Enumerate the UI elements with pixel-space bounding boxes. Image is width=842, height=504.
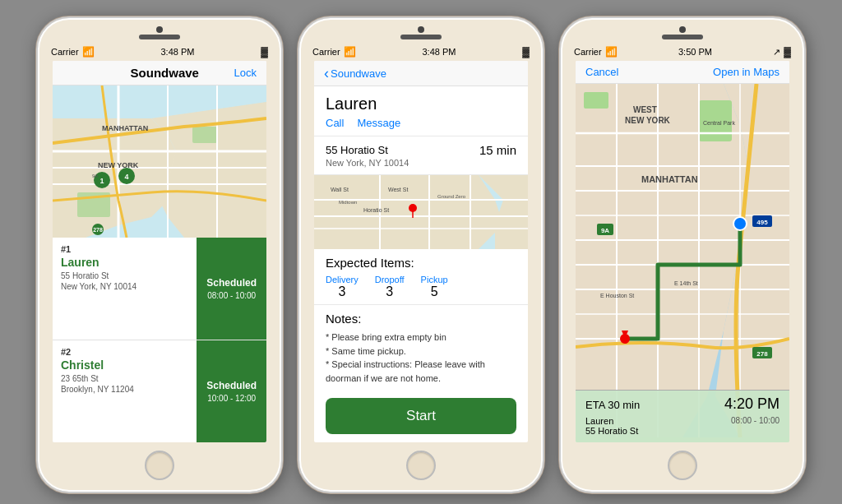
battery-icon-1: ▓ (261, 46, 268, 58)
phone-3: Carrier 📶 3:50 PM ↗ ▓ Cancel Open in Map… (559, 16, 806, 493)
phone-bottom-2 (299, 442, 543, 492)
back-button-2[interactable]: Soundwave (324, 66, 386, 81)
svg-text:E Houston St: E Houston St (600, 293, 634, 298)
expected-delivery-value: 3 (326, 284, 359, 299)
direction-arrow-icon-3: ↗ (773, 47, 780, 58)
status-label-2: Scheduled (206, 380, 257, 391)
nav-map-svg-3: 9A 278 495 WEST NEW YORK MANHATTAN Centr… (576, 84, 789, 437)
svg-text:9A: 9A (92, 173, 98, 178)
svg-text:NEW YORK: NEW YORK (98, 161, 139, 169)
open-in-maps-button-3[interactable]: Open in Maps (713, 66, 780, 78)
home-button-3[interactable] (668, 451, 697, 480)
detail-eta: 15 min (479, 143, 516, 157)
notes-section: Notes: * Please bring extra empty bin * … (314, 305, 528, 391)
expected-pickup: Pickup 5 (421, 275, 448, 299)
svg-text:WEST: WEST (633, 105, 657, 114)
svg-text:Wall St: Wall St (331, 187, 349, 192)
start-btn-container: Start (314, 391, 528, 442)
address-section: 55 Horatio St New York, NY 10014 15 min (314, 136, 528, 175)
svg-rect-4 (192, 127, 217, 143)
mini-map-svg: Wall St West St Horatio St Midtown Groun… (314, 175, 528, 249)
eta-dest-info: Lauren 55 Horatio St (585, 416, 638, 436)
message-button[interactable]: Message (357, 117, 400, 129)
status-bar-2: Carrier 📶 3:48 PM ▓ (299, 43, 543, 61)
phone-top-2: Carrier 📶 3:48 PM ▓ (299, 18, 543, 61)
svg-text:MANHATTAN: MANHATTAN (641, 174, 698, 184)
home-button-1[interactable] (145, 451, 174, 480)
phone-bottom-3 (561, 442, 804, 492)
eta-dest-row: Lauren 55 Horatio St 08:00 - 10:00 (585, 416, 780, 436)
nav-bar-2: Soundwave (314, 61, 528, 86)
carrier-label-2: Carrier (312, 47, 340, 57)
phone-top-1: Carrier 📶 3:48 PM ▓ (38, 18, 281, 61)
delivery-info-2: #2 Christel 23 65th St Brooklyn, NY 1120… (53, 340, 197, 442)
camera-1 (156, 26, 163, 33)
carrier-label-1: Carrier (51, 47, 79, 57)
delivery-name-1: Lauren (61, 256, 188, 269)
start-button[interactable]: Start (326, 398, 516, 434)
status-left-2: Carrier 📶 (312, 46, 356, 58)
svg-text:495: 495 (756, 219, 768, 226)
svg-text:9A: 9A (601, 227, 609, 234)
phone-1: Carrier 📶 3:48 PM ▓ Soundwave Lock (36, 16, 283, 493)
map-area-1: MANHATTAN NEW YORK 278 1 4 9A (53, 86, 266, 238)
status-bar-1: Carrier 📶 3:48 PM ▓ (38, 43, 281, 61)
expected-pickup-label: Pickup (421, 275, 448, 284)
svg-text:Central Park: Central Park (703, 120, 735, 126)
expected-dropoff-label: Dropoff (375, 275, 405, 284)
phone-top-3: Carrier 📶 3:50 PM ↗ ▓ (561, 18, 804, 61)
time-3: 3:50 PM (678, 47, 712, 57)
home-button-2[interactable] (406, 451, 436, 480)
expected-section: Expected Items: Delivery 3 Dropoff 3 Pic… (314, 249, 528, 305)
nav-map-area-3: 9A 278 495 WEST NEW YORK MANHATTAN Centr… (576, 84, 789, 442)
carrier-label-3: Carrier (574, 47, 602, 57)
screen-2: Soundwave Lauren Call Message 55 Horatio… (314, 61, 528, 442)
eta-overlay-3: ETA 30 min 4:20 PM Lauren 55 Horatio St … (576, 390, 789, 442)
detail-person-name: Lauren (326, 95, 516, 113)
notes-content: * Please bring extra empty bin * Same ti… (326, 331, 516, 385)
cancel-button-3[interactable]: Cancel (585, 66, 618, 78)
eta-dest-name: Lauren (585, 416, 638, 426)
phone-bottom-1 (38, 442, 281, 492)
eta-dest-address: 55 Horatio St (585, 426, 638, 436)
detail-actions: Call Message (326, 117, 516, 129)
svg-text:278: 278 (756, 350, 768, 358)
wifi-icon-2: 📶 (344, 46, 356, 58)
call-button[interactable]: Call (326, 117, 344, 129)
status-right-2: ▓ (522, 46, 530, 58)
phone-2: Carrier 📶 3:48 PM ▓ Soundwave Lauren Cal… (298, 16, 544, 493)
status-left-3: Carrier 📶 (574, 46, 618, 58)
battery-icon-3: ▓ (784, 46, 791, 58)
detail-name-section: Lauren Call Message (314, 86, 528, 136)
delivery-item-2[interactable]: #2 Christel 23 65th St Brooklyn, NY 1120… (53, 340, 266, 442)
delivery-num-2: #2 (61, 347, 188, 357)
speaker-1 (139, 35, 180, 39)
status-right-1: ▓ (261, 46, 268, 58)
lock-button-1[interactable]: Lock (234, 67, 257, 79)
svg-rect-40 (584, 92, 608, 109)
detail-city: New York, NY 10014 (326, 158, 409, 168)
battery-icon-2: ▓ (522, 46, 530, 58)
camera-2 (418, 26, 424, 33)
delivery-item-1[interactable]: #1 Lauren 55 Horatio St New York, NY 100… (53, 238, 266, 340)
eta-main-row: ETA 30 min 4:20 PM (585, 395, 780, 413)
nav-bar-1: Soundwave Lock (53, 61, 266, 86)
svg-text:MANHATTAN: MANHATTAN (102, 124, 148, 132)
svg-text:West St: West St (388, 187, 408, 192)
map-svg-1: MANHATTAN NEW YORK 278 1 4 9A (53, 86, 266, 238)
time-2: 3:48 PM (422, 47, 456, 57)
expected-dropoff-value: 3 (375, 284, 405, 299)
eta-schedule: 08:00 - 10:00 (731, 416, 780, 436)
svg-text:1: 1 (99, 177, 104, 185)
time-1: 3:48 PM (160, 47, 194, 57)
svg-text:NEW YORK: NEW YORK (625, 116, 671, 125)
eta-arrival-time: 4:20 PM (724, 395, 780, 413)
expected-pickup-value: 5 (421, 284, 448, 299)
delivery-addr-1: 55 Horatio St New York, NY 10014 (61, 270, 188, 292)
nav-screen-header-3: Cancel Open in Maps (576, 61, 789, 84)
speaker-3 (662, 35, 703, 39)
notes-title: Notes: (326, 312, 516, 326)
detail-mini-map: Wall St West St Horatio St Midtown Groun… (314, 175, 528, 249)
delivery-list-1: #1 Lauren 55 Horatio St New York, NY 100… (53, 238, 266, 442)
phones-container: Carrier 📶 3:48 PM ▓ Soundwave Lock (36, 16, 806, 493)
